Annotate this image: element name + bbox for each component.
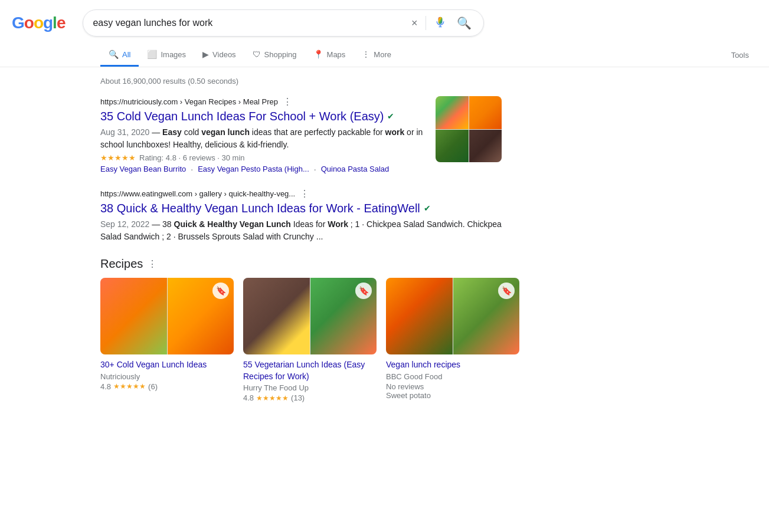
search-mic-button[interactable] — [432, 17, 449, 30]
recipes-title: Recipes — [100, 257, 143, 271]
result-1-sub-links: Easy Vegan Bean Burrito · Easy Vegan Pes… — [100, 165, 426, 174]
result-1-verified-badge: ✔ — [387, 111, 394, 121]
recipe-3-no-reviews: No reviews — [386, 382, 424, 391]
result-1-sub-link-3[interactable]: Quinoa Pasta Salad — [321, 165, 390, 174]
thumb-cell-2 — [469, 96, 502, 129]
result-2-snippet: Sep 12, 2022 — 38 Quick & Healthy Vegan … — [100, 218, 502, 243]
search-result-2: https://www.eatingwell.com › gallery › q… — [100, 188, 502, 243]
logo-letter-g: G — [12, 14, 24, 32]
recipe-3-title[interactable]: Vegan lunch recipes — [386, 359, 519, 371]
results-count: About 16,900,000 results (0.50 seconds) — [100, 77, 519, 86]
result-1-snippet: Aug 31, 2020 — Easy cold vegan lunch ide… — [100, 126, 426, 151]
results-area: About 16,900,000 results (0.50 seconds) … — [0, 67, 531, 414]
google-logo[interactable]: Google — [12, 14, 65, 32]
result-2-options-button[interactable]: ⋮ — [300, 188, 309, 199]
result-1-sep-2: · — [314, 165, 316, 174]
tab-more-label: More — [374, 50, 391, 59]
result-1-thumbnail[interactable] — [436, 96, 502, 162]
search-submit-button[interactable]: 🔍 — [454, 16, 474, 30]
header: Google × — [0, 0, 769, 41]
recipe-card-3[interactable]: 🔖 Vegan lunch recipes BBC Good Food No r… — [386, 278, 519, 402]
result-2-title[interactable]: 38 Quick & Healthy Vegan Lunch Ideas for… — [100, 201, 502, 216]
search-magnify-icon: 🔍 — [457, 17, 472, 29]
thumb-cell-3 — [436, 130, 469, 163]
recipe-3-img-left — [386, 278, 453, 354]
tab-images-label: Images — [161, 50, 186, 59]
result-1-sep-1: · — [191, 165, 193, 174]
recipe-3-subtitle: Sweet potato — [386, 391, 519, 400]
recipe-3-bookmark-button[interactable]: 🔖 — [498, 283, 515, 299]
recipe-1-source: Nutriciously — [100, 372, 234, 381]
recipe-2-rating: 4.8 ★★★★★ (13) — [243, 393, 377, 402]
nav-tabs: 🔍 All ⬜ Images ▶ Videos 🛡 Shopping 📍 Map… — [0, 41, 769, 67]
recipe-1-img-left — [100, 278, 167, 354]
result-1-date: Aug 31, 2020 — [100, 127, 149, 137]
result-2-verified-badge: ✔ — [424, 203, 431, 214]
search-bar-container: × — [83, 9, 484, 37]
tab-maps[interactable]: 📍 Maps — [305, 44, 354, 67]
recipe-2-review-count: (13) — [291, 393, 305, 402]
recipe-1-review-count: (6) — [148, 382, 158, 391]
tab-images[interactable]: ⬜ Images — [139, 44, 194, 67]
search-input[interactable] — [93, 18, 403, 28]
shopping-icon: 🛡 — [253, 50, 261, 59]
recipe-2-bookmark-button[interactable]: 🔖 — [355, 283, 372, 299]
images-icon: ⬜ — [147, 50, 157, 59]
recipe-2-stars: ★★★★★ — [256, 394, 289, 402]
recipe-2-rating-value: 4.8 — [243, 393, 254, 402]
tab-shopping-label: Shopping — [264, 50, 297, 59]
result-1-url: https://nutriciously.com › Vegan Recipes… — [100, 97, 278, 106]
result-1-sub-link-1[interactable]: Easy Vegan Bean Burrito — [100, 165, 186, 174]
result-1-url-row: https://nutriciously.com › Vegan Recipes… — [100, 96, 426, 107]
tab-all[interactable]: 🔍 All — [100, 44, 139, 67]
mic-icon — [434, 17, 446, 28]
recipes-grid: 🔖 30+ Cold Vegan Lunch Ideas Nutriciousl… — [100, 278, 519, 402]
tab-shopping[interactable]: 🛡 Shopping — [244, 44, 305, 67]
tab-all-label: All — [122, 50, 130, 59]
search-clear-button[interactable]: × — [409, 17, 420, 29]
recipe-1-title[interactable]: 30+ Cold Vegan Lunch Ideas — [100, 359, 234, 371]
maps-icon: 📍 — [313, 50, 323, 59]
result-1-rating-text: Rating: 4.8 · 6 reviews · 30 min — [139, 153, 245, 162]
search-bar: × — [83, 9, 484, 37]
recipe-2-source: Hurry The Food Up — [243, 383, 377, 392]
thumb-cell-1 — [436, 96, 469, 129]
recipe-2-title[interactable]: 55 Vegetarian Lunch Ideas (Easy Recipes … — [243, 359, 377, 382]
tab-videos[interactable]: ▶ Videos — [194, 44, 244, 67]
result-1-rating: ★★★★★ Rating: 4.8 · 6 reviews · 30 min — [100, 153, 426, 162]
tab-more[interactable]: ⋮ More — [354, 44, 400, 67]
tab-maps-label: Maps — [327, 50, 346, 59]
recipe-1-rating: 4.8 ★★★★★ (6) — [100, 382, 234, 391]
search-result-1: https://nutriciously.com › Vegan Recipes… — [100, 96, 502, 174]
tab-videos-label: Videos — [212, 50, 236, 59]
recipe-3-source: BBC Good Food — [386, 372, 519, 381]
recipe-1-stars: ★★★★★ — [113, 382, 146, 390]
recipe-3-image: 🔖 — [386, 278, 519, 354]
search-divider — [426, 16, 426, 30]
recipe-card-2[interactable]: 🔖 55 Vegetarian Lunch Ideas (Easy Recipe… — [243, 278, 377, 402]
logo-letter-l: l — [53, 14, 57, 32]
result-1-sub-link-2[interactable]: Easy Vegan Pesto Pasta (High... — [198, 165, 309, 174]
result-1-options-button[interactable]: ⋮ — [283, 96, 292, 107]
result-2-snippet-text: — 38 Quick & Healthy Vegan Lunch Ideas f… — [100, 219, 502, 241]
result-1-with-image: https://nutriciously.com › Vegan Recipes… — [100, 96, 502, 174]
tools-button[interactable]: Tools — [723, 45, 757, 65]
result-1-content: https://nutriciously.com › Vegan Recipes… — [100, 96, 426, 174]
thumb-cell-4 — [469, 130, 502, 163]
more-icon: ⋮ — [362, 50, 370, 59]
recipes-options-button[interactable]: ⋮ — [148, 258, 157, 270]
result-2-title-text: 38 Quick & Healthy Vegan Lunch Ideas for… — [100, 201, 420, 216]
result-2-url: https://www.eatingwell.com › gallery › q… — [100, 189, 295, 198]
result-2-url-row: https://www.eatingwell.com › gallery › q… — [100, 188, 502, 199]
recipe-card-1[interactable]: 🔖 30+ Cold Vegan Lunch Ideas Nutriciousl… — [100, 278, 234, 402]
logo-letter-g2: g — [43, 14, 53, 32]
recipe-1-rating-value: 4.8 — [100, 382, 111, 391]
recipe-2-img-left — [243, 278, 310, 354]
recipe-2-image: 🔖 — [243, 278, 377, 354]
logo-letter-o2: o — [34, 14, 43, 32]
recipe-1-bookmark-button[interactable]: 🔖 — [212, 283, 229, 299]
recipe-1-image: 🔖 — [100, 278, 234, 354]
result-1-title[interactable]: 35 Cold Vegan Lunch Ideas For School + W… — [100, 109, 426, 124]
logo-letter-e: e — [57, 14, 66, 32]
logo-letter-o1: o — [24, 14, 34, 32]
